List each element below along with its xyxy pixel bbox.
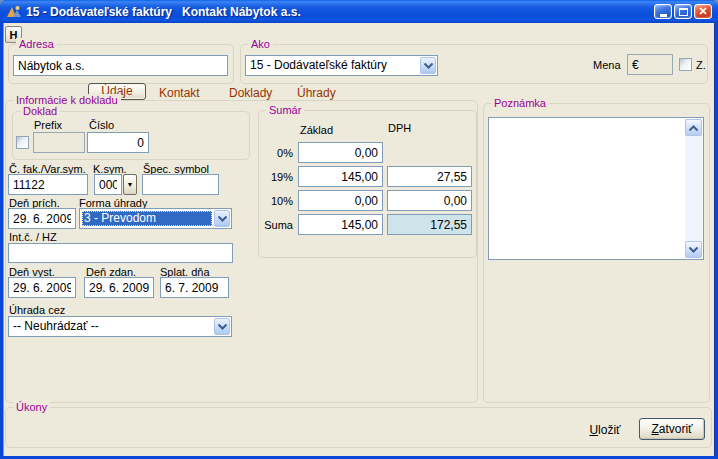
maximize-icon: [679, 8, 688, 16]
zaklad-column-header: Základ: [300, 124, 333, 136]
zaklad-19-input[interactable]: [298, 166, 383, 187]
title-bar[interactable]: 15 - Dodávateľské faktúry Kontakt Nábyto…: [0, 0, 718, 23]
z-checkbox[interactable]: [679, 58, 692, 71]
uhrada-cez-value: -- Neuhrádzať --: [11, 319, 212, 334]
prefix-label: Prefix: [34, 119, 62, 131]
doklad-group-title: Doklad: [20, 105, 60, 118]
close-button[interactable]: ✕: [694, 4, 712, 19]
intc-input[interactable]: [8, 243, 233, 263]
close-icon: ✕: [698, 6, 707, 17]
zaklad-0-input[interactable]: [298, 142, 383, 163]
spec-input[interactable]: [142, 174, 219, 195]
tab-uhrady[interactable]: Úhrady: [297, 86, 336, 100]
den-zdan-input[interactable]: [84, 277, 154, 298]
poznamka-scrollbar[interactable]: [685, 119, 702, 258]
window-title: 15 - Dodávateľské faktúry Kontakt Nábyto…: [26, 5, 301, 19]
suma-total-input[interactable]: [387, 214, 472, 235]
minimize-button[interactable]: [654, 4, 672, 19]
app-icon: [6, 4, 22, 20]
den-prich-input[interactable]: [8, 208, 76, 229]
ako-combobox[interactable]: 15 - Dodávateľské faktúry: [245, 55, 438, 76]
dph-column-header: DPH: [388, 122, 411, 134]
doklad-checkbox[interactable]: [16, 136, 29, 149]
forma-uhrady-dropdown-button[interactable]: [214, 210, 230, 227]
uhrada-cez-label: Úhrada cez: [9, 304, 65, 316]
rate-10-label: 10%: [260, 195, 293, 207]
ukony-group-title: Úkony: [13, 401, 50, 414]
app-window: 15 - Dodávateľské faktúry Kontakt Nábyto…: [0, 0, 718, 459]
adresa-input[interactable]: [13, 55, 228, 76]
splat-dna-input[interactable]: [160, 277, 229, 298]
dph-10-input[interactable]: [387, 190, 472, 211]
adresa-group-title: Adresa: [16, 38, 57, 51]
suma-label: Suma: [260, 219, 293, 231]
tab-kontakt[interactable]: Kontakt: [159, 86, 200, 100]
den-vyst-input[interactable]: [8, 277, 76, 298]
poznamka-text: [491, 120, 683, 257]
maximize-button[interactable]: [674, 4, 692, 19]
ako-group-title: Ako: [248, 38, 273, 51]
scroll-down-button[interactable]: [685, 241, 702, 258]
poznamka-group-title: Poznámka: [491, 97, 549, 110]
rate-19-label: 19%: [260, 171, 293, 183]
intc-label: Int.č. / HZ: [9, 231, 57, 243]
prefix-input[interactable]: [33, 132, 85, 153]
zaklad-10-input[interactable]: [298, 190, 383, 211]
minimize-icon: [660, 14, 667, 17]
mena-label: Mena: [593, 59, 621, 71]
chevron-down-icon: [689, 247, 698, 253]
chevron-down-icon: [218, 216, 227, 222]
z-checkbox-label: Z.: [696, 59, 706, 71]
close-form-button[interactable]: Zatvoriť: [639, 418, 705, 440]
save-button[interactable]: Uložiť: [578, 421, 632, 439]
cislo-label: Číslo: [89, 119, 114, 131]
sumar-group-title: Sumár: [266, 104, 304, 117]
forma-uhrady-value: 3 - Prevodom: [82, 211, 212, 226]
scroll-up-button[interactable]: [685, 119, 702, 136]
ksym-dropdown-button[interactable]: ▼: [123, 174, 137, 195]
cfak-input[interactable]: [8, 174, 88, 195]
cislo-input[interactable]: [87, 132, 149, 153]
uhrada-cez-dropdown-button[interactable]: [214, 318, 230, 335]
uhrada-cez-combobox[interactable]: -- Neuhrádzať --: [8, 316, 232, 337]
rate-0-label: 0%: [260, 147, 293, 159]
forma-uhrady-combobox[interactable]: 3 - Prevodom: [79, 208, 232, 229]
mena-input[interactable]: [627, 54, 673, 75]
suma-zaklad-input[interactable]: [298, 214, 383, 235]
ksym-input[interactable]: [94, 174, 122, 195]
chevron-up-icon: [689, 125, 698, 131]
dph-19-input[interactable]: [387, 166, 472, 187]
ako-dropdown-button[interactable]: [420, 57, 436, 74]
chevron-down-icon: [218, 324, 227, 330]
chevron-down-icon: [424, 63, 433, 69]
tab-doklady[interactable]: Doklady: [229, 86, 272, 100]
ako-combobox-value: 15 - Dodávateľské faktúry: [248, 58, 418, 73]
poznamka-textarea[interactable]: [488, 117, 704, 260]
